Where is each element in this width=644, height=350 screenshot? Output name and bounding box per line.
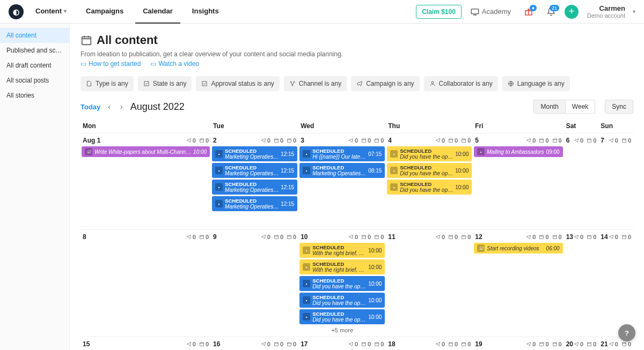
day-cell[interactable]: 5 0 0 0•Mailing to Ambassadors09:00: [473, 133, 564, 229]
day-number: 4: [388, 137, 392, 144]
sidebar-item-published[interactable]: Published and schedul…: [0, 43, 69, 58]
event-status: SCHEDULED: [400, 148, 453, 154]
filter-channel[interactable]: Channel is any: [284, 76, 347, 91]
channel-icon: •: [303, 313, 310, 321]
channel-icon: •: [303, 280, 310, 287]
day-number: 21: [601, 340, 608, 348]
calendar-event[interactable]: •Mailing to Ambassadors09:00: [474, 146, 562, 157]
sync-button[interactable]: Sync: [605, 100, 633, 114]
help-fab[interactable]: ?: [618, 324, 635, 341]
prev-month-button[interactable]: ‹: [106, 101, 113, 112]
more-events-link[interactable]: +5 more: [299, 326, 385, 334]
day-cell[interactable]: 9 0 0 0: [211, 229, 298, 337]
nav-content[interactable]: Content▾: [28, 0, 74, 24]
day-number: 10: [301, 233, 308, 241]
topbar: ◐ Content▾ Campaigns Calendar Insights C…: [0, 0, 644, 24]
day-cell[interactable]: 2 0 0 0•SCHEDULEDMarketing Operaties…12:…: [211, 133, 298, 229]
day-cell[interactable]: 3 0 0 0•SCHEDULEDHi {{name}} Our late…07…: [298, 133, 386, 229]
claim-button[interactable]: Claim $100: [416, 5, 462, 19]
svg-rect-32: [200, 342, 204, 346]
sidebar-item-social[interactable]: All social posts: [0, 73, 69, 88]
calendar-event[interactable]: •SCHEDULEDDid you have the op…10:00: [387, 146, 472, 161]
calendar-event[interactable]: •SCHEDULEDWith the right brief, …10:00: [299, 259, 385, 274]
calendar-event[interactable]: •SCHEDULEDMarketing Operaties…12:15: [212, 196, 297, 211]
day-cell[interactable]: 8 0 0: [80, 229, 211, 337]
day-cell[interactable]: 17 0 0 0: [298, 337, 386, 350]
day-cell[interactable]: 16 0 0 0: [211, 337, 298, 350]
event-time: 10:00: [368, 264, 382, 270]
day-number: 18: [388, 340, 395, 348]
app-logo[interactable]: ◐: [9, 4, 24, 19]
calendar-event[interactable]: •SCHEDULEDMarketing Operaties…12:15: [212, 180, 297, 195]
calendar-event[interactable]: •SCHEDULEDDid you have the op…10:00: [387, 180, 472, 195]
gift-icon[interactable]: ●: [519, 7, 538, 17]
event-time: 06:00: [546, 245, 560, 251]
day-meta: 0 0: [609, 341, 631, 347]
svg-rect-20: [623, 139, 626, 142]
calendar-event[interactable]: •SCHEDULEDMarketing Operaties…08:15: [299, 163, 385, 178]
calendar-event[interactable]: •SCHEDULEDMarketing Operaties…12:15: [212, 146, 297, 161]
event-title: Mailing to Ambassadors: [487, 149, 544, 155]
today-button[interactable]: Today: [80, 103, 100, 111]
bell-badge: 21: [550, 5, 559, 11]
calendar-event[interactable]: •SCHEDULEDDid you have the op…10:00: [299, 309, 385, 324]
help-watch-video[interactable]: ▭ Watch a video: [150, 60, 199, 68]
svg-rect-33: [275, 342, 279, 346]
academy-link[interactable]: Academy: [466, 7, 515, 17]
day-cell[interactable]: 11 0 0 0: [386, 229, 473, 337]
svg-rect-27: [462, 235, 466, 239]
sidebar: All content Published and schedul… All d…: [0, 24, 70, 350]
gift-badge: ●: [530, 5, 537, 11]
svg-rect-36: [375, 342, 379, 346]
day-cell[interactable]: 4 0 0 0•SCHEDULEDDid you have the op…10:…: [386, 133, 473, 229]
day-cell[interactable]: 18 0 0 0: [386, 337, 473, 350]
event-time: 12:15: [281, 184, 294, 190]
calendar-event[interactable]: •SCHEDULEDMarketing Operaties…12:15: [212, 163, 297, 178]
day-cell[interactable]: 6 0 0: [564, 133, 599, 229]
sidebar-item-all-content[interactable]: All content: [0, 28, 69, 43]
svg-rect-24: [362, 235, 366, 239]
filter-approval[interactable]: Approval status is any: [196, 76, 279, 91]
sidebar-item-stories[interactable]: All stories: [0, 88, 69, 103]
event-time: 10:00: [455, 151, 469, 157]
sidebar-item-draft[interactable]: All draft content: [0, 58, 69, 73]
filter-state[interactable]: State is any: [138, 76, 192, 91]
view-month-button[interactable]: Month: [533, 100, 565, 114]
nav-calendar[interactable]: Calendar: [135, 0, 180, 24]
event-title: Write White-papers about Multi-Chann…: [94, 149, 191, 155]
help-get-started[interactable]: ▭ How to get started: [80, 60, 141, 68]
add-button[interactable]: +: [565, 5, 579, 19]
view-week-button[interactable]: Week: [566, 100, 595, 114]
user-menu[interactable]: Carmen Demo account: [587, 4, 625, 19]
calendar-event[interactable]: •SCHEDULEDDid you have the op…10:00: [387, 163, 472, 178]
filter-campaign[interactable]: Campaign is any: [351, 76, 419, 91]
day-cell[interactable]: 13 0 0: [564, 229, 599, 337]
calendar-event[interactable]: ☑Start recording videos06:00: [474, 243, 562, 254]
calendar-event[interactable]: •SCHEDULEDDid you have the op…10:00: [299, 293, 385, 308]
day-cell[interactable]: 15 0 0: [80, 337, 211, 350]
calendar-event[interactable]: •SCHEDULEDHi {{name}} Our late…07:15: [299, 146, 385, 161]
filter-collaborator[interactable]: Collaborator is any: [424, 76, 498, 91]
day-cell[interactable]: 19 0 0 0: [473, 337, 564, 350]
calendar-event[interactable]: •SCHEDULEDDid you have the op…10:00: [299, 276, 385, 291]
nav-insights[interactable]: Insights: [185, 0, 226, 24]
day-meta: 0 0: [186, 341, 209, 347]
bell-icon[interactable]: 21: [542, 7, 560, 17]
day-cell[interactable]: 7 0 0: [598, 133, 633, 229]
svg-rect-23: [288, 235, 291, 239]
day-cell[interactable]: 20 0 0: [564, 337, 599, 350]
svg-point-7: [292, 85, 293, 86]
filter-type[interactable]: Type is any: [80, 76, 134, 91]
next-month-button[interactable]: ›: [118, 101, 125, 112]
calendar-event[interactable]: •SCHEDULEDWith the right brief, …10:00: [299, 243, 385, 258]
calendar-event[interactable]: ☑Write White-papers about Multi-Chann…10…: [82, 146, 210, 157]
svg-rect-10: [200, 139, 204, 142]
day-cell[interactable]: 14 0 0: [598, 229, 633, 337]
nav-campaigns[interactable]: Campaigns: [78, 0, 131, 24]
day-number: 17: [301, 340, 308, 348]
day-cell[interactable]: Aug 1 0 0☑Write White-papers about Multi…: [80, 133, 211, 229]
svg-rect-34: [288, 342, 291, 346]
day-cell[interactable]: 10 0 0 0•SCHEDULEDWith the right brief, …: [298, 229, 386, 337]
filter-language[interactable]: Language is any: [502, 76, 570, 91]
day-cell[interactable]: 12 0 0 0☑Start recording videos06:00: [473, 229, 564, 337]
